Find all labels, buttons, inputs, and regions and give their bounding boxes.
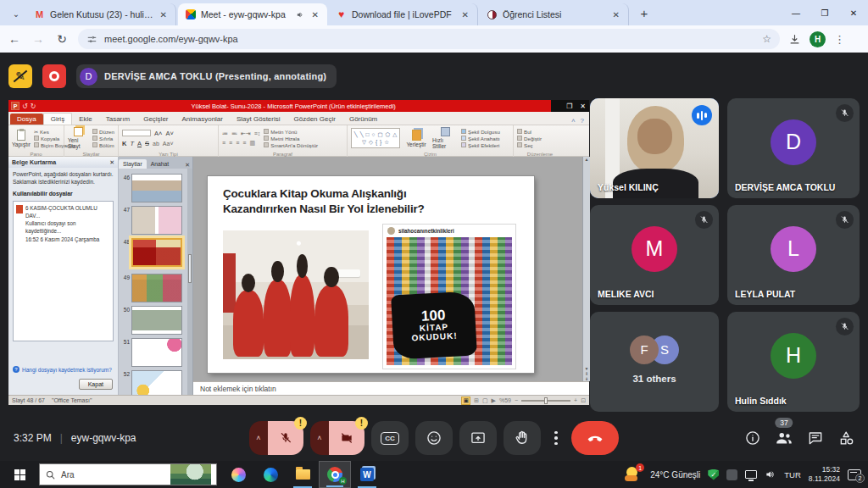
participant-tile-yuksel[interactable]: Yüksel KILINÇ — [590, 98, 719, 198]
ppt-tab-dosya[interactable]: Dosya — [10, 114, 43, 125]
tab-meet[interactable]: Meet - eyw-gqwv-kpa ✕ — [178, 3, 327, 25]
underline-button[interactable]: A — [137, 140, 142, 147]
search-highlight-image[interactable] — [170, 464, 211, 485]
ppt-tab-gecisler[interactable]: Geçişler — [136, 114, 175, 125]
ppt-tab-gozden-gecir[interactable]: Gözden Geçir — [287, 114, 342, 125]
smartart-button[interactable]: SmartArt'a Dönüştür — [264, 142, 318, 148]
new-tab-button[interactable]: + — [634, 3, 654, 23]
section-button[interactable]: Bölüm — [92, 142, 114, 148]
reactions-button[interactable] — [415, 421, 453, 455]
font-shrink-icon[interactable]: A˅ — [165, 130, 173, 137]
reload-button[interactable]: ↻ — [54, 32, 70, 46]
participant-tile-hulin[interactable]: H Hulin Sıddık — [727, 312, 860, 412]
raise-hand-button[interactable] — [504, 421, 541, 455]
participant-tile-dervise[interactable]: D DERVİŞE AMCA TOKLU — [727, 98, 860, 198]
slide-thumbnail-48-selected[interactable]: 48 — [119, 238, 188, 267]
shape-effects-button[interactable]: Şekil Efektleri — [461, 142, 500, 148]
tab-close-icon[interactable]: ✕ — [159, 10, 169, 19]
volume-icon[interactable] — [765, 469, 776, 480]
taskbar-file-explorer[interactable] — [287, 461, 319, 488]
ppt-tab-slayt-gosterisi[interactable]: Slayt Gösterisi — [230, 114, 287, 125]
network-icon[interactable] — [745, 470, 757, 479]
address-bar[interactable]: meet.google.com/eyw-gqwv-kpa ☆ — [78, 29, 780, 49]
shapes-gallery[interactable]: ╲╲□○▢⬠ △▽◇{}☆ — [351, 128, 400, 148]
recovery-pane-close-icon[interactable]: ✕ — [109, 159, 114, 166]
strikethrough-button[interactable]: S — [145, 140, 149, 147]
more-options-button[interactable] — [548, 431, 565, 446]
slides-panel-close-icon[interactable]: ✕ — [182, 162, 192, 169]
taskbar-chrome-active[interactable]: H — [319, 461, 351, 488]
slide-thumbnail-47[interactable]: 47 — [119, 206, 188, 235]
tab-ilovepdf[interactable]: ♥ Download file | iLovePDF ✕ — [329, 3, 478, 25]
text-direction-button[interactable]: Metin Yönü — [264, 129, 318, 135]
ppt-tab-tasarim[interactable]: Tasarım — [99, 114, 136, 125]
notification-center-icon[interactable]: 2 — [848, 469, 861, 480]
slide-sorter-icon[interactable]: ⊞ — [474, 397, 479, 404]
slide-thumbnail-51[interactable]: 51 — [119, 338, 188, 367]
layout-button[interactable]: Düzen — [92, 129, 114, 135]
recovered-file-item[interactable]: 6 KASIM-ÇOCUKTA OLUMLU DAV... Kullanıcı … — [16, 204, 110, 243]
new-slide-button[interactable]: Yeni Slayt — [68, 127, 89, 149]
captions-button[interactable]: CC — [371, 421, 409, 455]
annotation-button[interactable]: ✎ — [8, 64, 32, 88]
ppt-tab-gorunum[interactable]: Görünüm — [342, 114, 384, 125]
profile-avatar[interactable]: H — [810, 31, 826, 47]
numbering-icon[interactable]: ≕ — [231, 130, 237, 137]
columns-icon[interactable]: ▥ — [249, 140, 255, 147]
zoom-slider[interactable] — [521, 400, 570, 402]
justify-icon[interactable]: ≡ — [242, 140, 246, 146]
italic-button[interactable]: T — [130, 140, 134, 147]
align-text-button[interactable]: Metni Hizala — [264, 136, 318, 141]
editor-scrollbar[interactable]: ▲▼⇞⇟ — [582, 157, 590, 381]
zoom-out-icon[interactable]: − — [515, 397, 518, 403]
fit-to-window-icon[interactable]: ⊡ — [581, 397, 586, 404]
zoom-in-icon[interactable]: + — [574, 397, 577, 403]
tray-icon[interactable] — [726, 469, 737, 480]
tab-audio-icon[interactable] — [296, 10, 305, 19]
taskbar-search-box[interactable]: Ara — [39, 463, 217, 485]
windows-security-icon[interactable]: ✓ — [708, 469, 719, 480]
meeting-details-button[interactable] — [743, 429, 762, 447]
notes-area[interactable]: Not eklemek için tıklatın — [193, 381, 589, 395]
present-button[interactable] — [459, 421, 497, 455]
browser-menu-icon[interactable]: ⋮ — [834, 33, 845, 46]
back-button[interactable]: ← — [7, 32, 22, 46]
recording-button[interactable] — [42, 64, 66, 88]
shape-outline-button[interactable]: Şekil Anahattı — [461, 136, 500, 141]
slide-thumbnail-46[interactable]: 46 — [119, 174, 188, 202]
bookmark-star-icon[interactable]: ☆ — [762, 33, 771, 45]
weather-icon[interactable]: 1 — [624, 465, 643, 484]
current-slide[interactable]: Çocuklara Kitap Okuma Alışkanlığı Kazand… — [208, 176, 534, 373]
reset-button[interactable]: Sıfırla — [92, 136, 114, 141]
outline-tab[interactable]: Anahat — [147, 159, 174, 169]
ribbon-minimize-icon[interactable]: ˄ — [571, 117, 576, 125]
ppt-restore-button[interactable]: ❐ — [566, 103, 572, 110]
change-case-icon[interactable]: Aa˅ — [163, 141, 174, 147]
shape-fill-button[interactable]: Şekil Dolgusu — [461, 129, 500, 135]
tab-close-icon[interactable]: ✕ — [310, 10, 320, 19]
presenter-banner[interactable]: D DERVİŞE AMCA TOKLU (Presenting, annota… — [76, 64, 337, 88]
align-left-icon[interactable]: ≡ — [222, 140, 225, 146]
taskbar-word[interactable]: W — [351, 461, 383, 488]
leave-call-button[interactable] — [571, 421, 619, 455]
align-center-icon[interactable]: ≡ — [229, 140, 232, 146]
bold-button[interactable]: K — [122, 140, 126, 147]
indent-icons[interactable]: ⇤⇥ — [241, 130, 251, 137]
undo-icon[interactable]: ↺ — [22, 103, 28, 110]
microphone-button[interactable]: ˄ ! — [249, 421, 303, 455]
line-spacing-icon[interactable]: ≡↕ — [254, 130, 261, 136]
select-button[interactable]: Seç — [517, 142, 542, 148]
recovery-help-link[interactable]: ? Hangi dosyayı kaydetmek istiyorum? — [13, 366, 112, 373]
arrange-button[interactable]: Yerleştir — [403, 127, 429, 149]
slide-thumbnail-49[interactable]: 49 — [119, 274, 188, 302]
slideshow-icon[interactable]: ▶ — [492, 397, 496, 404]
tab-close-icon[interactable]: ✕ — [611, 10, 621, 19]
taskbar-clock[interactable]: 15:32 8.11.2024 — [809, 465, 840, 483]
redo-icon[interactable]: ↻ — [31, 103, 36, 110]
site-settings-icon[interactable] — [86, 34, 97, 45]
forward-button[interactable]: → — [31, 32, 46, 46]
recovery-close-button[interactable]: Kapat — [79, 379, 113, 390]
taskbar-edge[interactable] — [254, 461, 287, 488]
quick-styles-button[interactable]: Hızlı Stiller — [432, 127, 458, 149]
keyboard-language[interactable]: TUR — [784, 470, 801, 480]
